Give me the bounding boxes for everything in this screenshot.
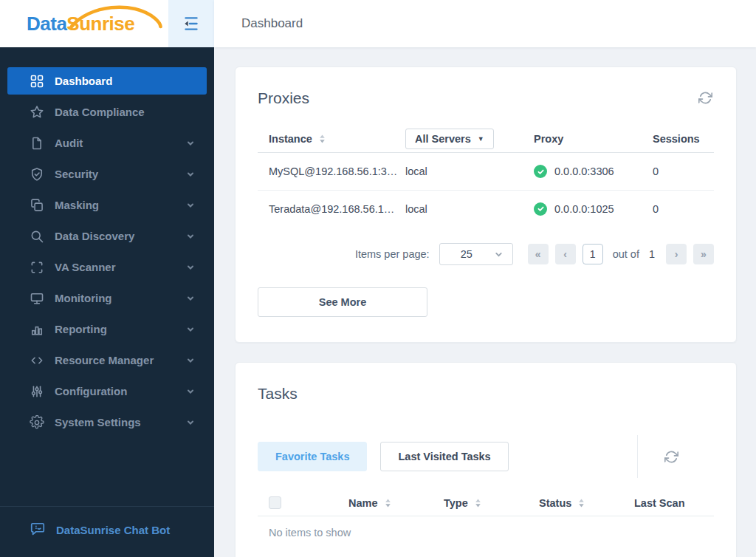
current-page-input[interactable]: [583, 244, 603, 264]
proxy-cell: 0.0.0.0:3306: [523, 165, 653, 178]
sort-icon[interactable]: [577, 498, 585, 508]
logo-row: DataSunrise: [0, 0, 214, 47]
instance-column-header[interactable]: Instance: [258, 133, 405, 145]
server-filter-label: All Servers: [415, 133, 471, 145]
sessions-header-label: Sessions: [653, 133, 700, 145]
page-title: Dashboard: [241, 16, 303, 31]
select-all-checkbox[interactable]: [269, 496, 281, 509]
dropdown-arrow-icon: ▼: [478, 135, 484, 143]
sidebar-item-dashboard[interactable]: Dashboard: [7, 67, 207, 95]
vertical-divider: [637, 435, 638, 478]
sidebar-item-label: Audit: [55, 137, 83, 149]
sidebar-item-label: Data Discovery: [55, 230, 134, 242]
table-row[interactable]: MySQL@192.168.56.1:3… local 0.0.0.0:3306…: [258, 153, 714, 190]
sort-icon[interactable]: [384, 498, 392, 508]
gear-icon: [30, 415, 44, 430]
chevron-down-icon: [186, 387, 195, 396]
right-column: Dashboard Proxies Instance: [214, 0, 756, 557]
server-cell: local: [405, 165, 523, 177]
proxy-column-header: Proxy: [523, 133, 653, 145]
sessions-column-header: Sessions: [653, 133, 714, 145]
left-column: DataSunrise Dashboard Data Compliance Au…: [0, 0, 214, 557]
proxies-title: Proxies: [258, 89, 309, 107]
sidebar-collapse-button[interactable]: [168, 0, 214, 47]
sidebar-item-resource-manager[interactable]: Resource Manager: [7, 346, 207, 374]
proxy-header-label: Proxy: [534, 133, 563, 145]
proxies-card: Proxies Instance All Servers: [235, 66, 737, 343]
next-page-button[interactable]: ›: [666, 244, 687, 264]
sidebar-item-monitoring[interactable]: Monitoring: [7, 284, 207, 312]
tab-favorite-tasks[interactable]: Favorite Tasks: [258, 442, 367, 471]
proxies-card-header: Proxies: [258, 89, 714, 107]
table-row[interactable]: Teradata@192.168.56.1… local 0.0.0.0:102…: [258, 190, 714, 227]
sidebar-item-label: Dashboard: [55, 75, 112, 87]
logo-sunrise-text: Sunrise: [66, 13, 134, 35]
previous-page-button[interactable]: ‹: [555, 244, 576, 264]
out-of-label: out of: [613, 248, 639, 260]
tasks-tabs-row: Favorite Tasks Last Visited Tasks: [258, 435, 714, 478]
sort-icon[interactable]: [318, 134, 326, 144]
sidebar-item-system-settings[interactable]: System Settings: [7, 409, 207, 436]
tasks-title: Tasks: [258, 385, 714, 403]
last-page-button[interactable]: »: [693, 244, 714, 264]
chevron-down-icon: [186, 170, 195, 179]
instance-header-label: Instance: [269, 133, 312, 145]
sidebar-item-label: Configuration: [55, 385, 127, 397]
sidebar-item-label: Masking: [55, 199, 99, 211]
name-column-header[interactable]: Name: [348, 497, 444, 509]
datasunrise-logo[interactable]: DataSunrise: [0, 0, 168, 47]
scan-icon: [30, 260, 44, 275]
chat-bot-icon: [30, 522, 46, 538]
tasks-card: Tasks Favorite Tasks Last Visited Tasks: [235, 362, 737, 557]
shield-check-icon: [30, 167, 44, 182]
refresh-icon[interactable]: [663, 448, 680, 465]
last-scan-header-label: Last Scan: [634, 497, 685, 509]
page-size-select[interactable]: 25: [439, 243, 513, 265]
first-page-button[interactable]: «: [528, 244, 549, 264]
tasks-table-header: Name Type Status Last Scan: [258, 490, 714, 516]
chevron-down-icon: [186, 356, 195, 365]
topbar: Dashboard: [214, 0, 756, 47]
refresh-icon[interactable]: [697, 89, 714, 106]
empty-state-text: No items to show: [258, 516, 714, 552]
status-header-label: Status: [539, 497, 571, 509]
sidebar-item-data-compliance[interactable]: Data Compliance: [7, 98, 207, 126]
status-column-header[interactable]: Status: [539, 497, 634, 509]
sort-icon[interactable]: [474, 498, 482, 508]
sidebar-item-label: Resource Manager: [55, 354, 154, 366]
chevron-down-icon: [186, 418, 195, 427]
document-icon: [30, 136, 44, 151]
grid-icon: [30, 74, 44, 89]
chevron-down-icon: [186, 139, 195, 148]
sessions-cell: 0: [653, 203, 714, 215]
server-filter-dropdown[interactable]: All Servers ▼: [405, 129, 494, 149]
chatbot-label: DataSunrise Chat Bot: [56, 524, 170, 536]
sidebar-item-audit[interactable]: Audit: [7, 129, 207, 157]
sidebar-item-data-discovery[interactable]: Data Discovery: [7, 222, 207, 250]
sidebar-item-reporting[interactable]: Reporting: [7, 315, 207, 343]
sliders-icon: [30, 384, 44, 399]
page-size-value: 25: [461, 248, 472, 260]
sidebar-item-masking[interactable]: Masking: [7, 191, 207, 219]
sidebar-item-security[interactable]: Security: [7, 160, 207, 188]
masking-icon: [30, 198, 44, 213]
instance-cell: MySQL@192.168.56.1:3…: [258, 165, 405, 177]
logo-text: DataSunrise: [27, 13, 134, 35]
chevron-down-icon: [186, 263, 195, 272]
sidebar-item-configuration[interactable]: Configuration: [7, 377, 207, 405]
select-all-cell: [258, 496, 348, 509]
tab-last-visited-tasks[interactable]: Last Visited Tasks: [380, 442, 508, 471]
proxies-table: Instance All Servers ▼ Proxy: [258, 125, 714, 227]
type-column-header[interactable]: Type: [444, 497, 539, 509]
status-ok-icon: [534, 165, 547, 178]
chatbot-button[interactable]: DataSunrise Chat Bot: [0, 506, 214, 557]
total-pages-value: 1: [649, 248, 655, 260]
sidebar-item-va-scanner[interactable]: VA Scanner: [7, 253, 207, 281]
chevron-down-icon: [186, 325, 195, 334]
see-more-button[interactable]: See More: [258, 287, 427, 317]
chevron-down-icon: [186, 201, 195, 210]
logo-data-text: Data: [27, 13, 66, 35]
main-content: Proxies Instance All Servers: [214, 47, 756, 557]
star-icon: [30, 105, 44, 120]
sidebar-item-label: System Settings: [55, 416, 141, 428]
